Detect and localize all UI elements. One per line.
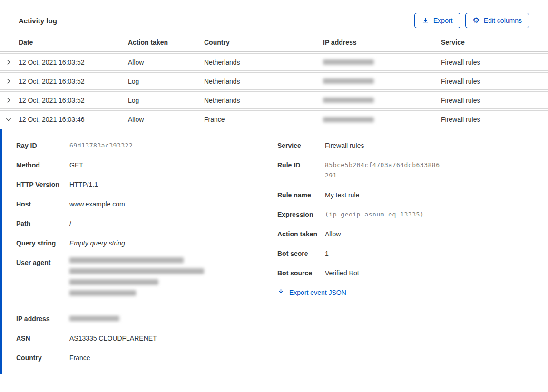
table-row-expanded[interactable]: 12 Oct, 2021 16:03:46 Allow France Firew… [0,110,548,128]
field-action-taken: Action taken Allow [277,229,533,239]
field-path: Path / [16,218,277,229]
cell-date: 12 Oct, 2021 16:03:52 [19,97,128,104]
export-event-json-label: Export event JSON [289,289,346,296]
field-user-agent: User agent [16,257,277,301]
gear-icon: ⚙ [473,17,480,24]
table-row[interactable]: 12 Oct, 2021 16:03:52 Log Netherlands Fi… [0,72,548,90]
table-row[interactable]: 12 Oct, 2021 16:03:52 Allow Netherlands … [0,53,548,71]
field-query-string: Query string Empty query string [16,238,277,248]
cell-action-taken: Allow [128,59,204,66]
chevron-down-icon[interactable] [0,116,19,123]
cell-country: Netherlands [204,78,323,85]
cell-ip-address-redacted [323,98,441,103]
field-host: Host www.example.com [16,199,277,209]
toolbar-actions: Export ⚙ Edit columns [414,13,529,28]
column-header-ip-address: IP address [323,39,441,46]
field-asn: ASN AS13335 CLOUDFLARENET [16,333,277,343]
field-bot-score: Bot score 1 [277,248,533,259]
cell-service: Firewall rules [441,97,548,104]
cell-date: 12 Oct, 2021 16:03:52 [19,59,128,66]
export-event-json-link[interactable]: Export event JSON [277,288,346,297]
cell-country: France [204,116,323,123]
cell-service: Firewall rules [441,59,548,66]
cell-date: 12 Oct, 2021 16:03:46 [19,116,128,123]
field-method: Method GET [16,160,277,170]
user-agent-redacted [69,257,204,301]
cell-country: Netherlands [204,97,323,104]
cell-action-taken: Log [128,97,204,104]
field-expression: Expression (ip.geoip.asnum eq 13335) [277,209,533,220]
activity-log-panel: Activity log Export ⚙ Edit columns Date … [0,0,548,392]
table-row[interactable]: 12 Oct, 2021 16:03:52 Log Netherlands Fi… [0,91,548,109]
edit-columns-button[interactable]: ⚙ Edit columns [465,13,530,28]
table-header: Date Action taken Country IP address Ser… [0,39,548,52]
field-bot-source: Bot source Verified Bot [277,268,533,278]
cell-ip-address-redacted [323,117,441,122]
column-header-country: Country [204,39,323,46]
field-country: Country France [16,353,277,363]
event-detail-panel: Ray ID 69d13783ac393322 Method GET HTTP … [0,129,548,374]
edit-columns-button-label: Edit columns [484,17,522,24]
field-rule-name: Rule name My test rule [277,190,533,200]
column-header-date: Date [19,39,128,46]
column-header-action-taken: Action taken [128,39,204,46]
cell-action-taken: Log [128,78,204,85]
cell-country: Netherlands [204,59,323,66]
cell-date: 12 Oct, 2021 16:03:52 [19,78,128,85]
topbar: Activity log Export ⚙ Edit columns [0,0,548,28]
chevron-right-icon[interactable] [0,59,19,66]
page-title: Activity log [19,17,57,25]
field-ray-id: Ray ID 69d13783ac393322 [16,140,277,151]
field-ip-address: IP address [16,314,277,324]
field-http-version: HTTP Version HTTP/1.1 [16,179,277,190]
chevron-right-icon[interactable] [0,97,19,104]
column-header-service: Service [441,39,548,46]
cell-ip-address-redacted [323,78,441,84]
field-rule-id: Rule ID 85bce5b204cf4703a764dcb633886291 [277,160,533,181]
field-service: Service Firewall rules [277,140,533,151]
chevron-right-icon[interactable] [0,78,19,85]
cell-ip-address-redacted [323,59,441,65]
export-button[interactable]: Export [414,13,460,28]
cell-service: Firewall rules [441,116,548,123]
cell-action-taken: Allow [128,116,204,123]
ip-address-redacted [69,314,119,324]
download-icon [422,17,429,24]
detail-right-column: Service Firewall rules Rule ID 85bce5b20… [277,140,533,374]
export-button-label: Export [433,17,452,24]
download-icon [277,288,284,297]
cell-service: Firewall rules [441,78,548,85]
detail-left-column: Ray ID 69d13783ac393322 Method GET HTTP … [16,140,277,374]
